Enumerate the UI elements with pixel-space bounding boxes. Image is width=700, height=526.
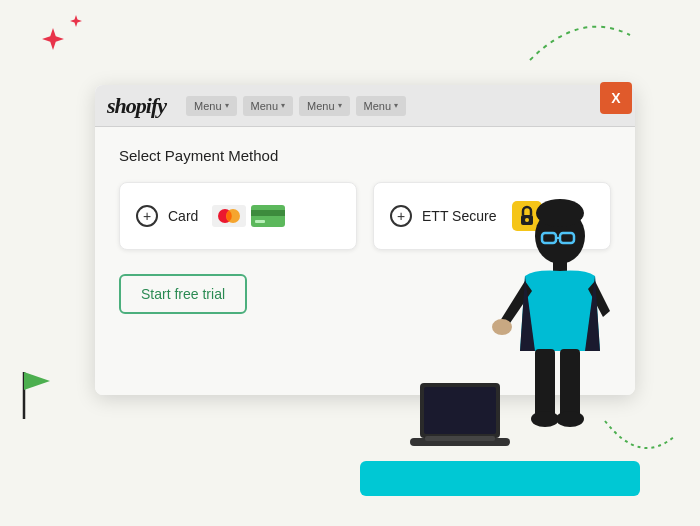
svg-point-25 — [531, 411, 559, 427]
browser-chrome: shopify Menu ▾ Menu ▾ Menu ▾ Menu ▾ — [95, 85, 635, 127]
start-free-trial-button[interactable]: Start free trial — [119, 274, 247, 314]
flag-icon — [18, 367, 58, 426]
nav-item-2[interactable]: Menu ▾ — [243, 96, 294, 116]
chevron-down-icon: ▾ — [225, 101, 229, 110]
card-icons — [212, 205, 285, 227]
nav-item-1[interactable]: Menu ▾ — [186, 96, 237, 116]
add-circle-icon: + — [136, 205, 158, 227]
svg-point-27 — [492, 319, 512, 335]
nav-item-4[interactable]: Menu ▾ — [356, 96, 407, 116]
section-title: Select Payment Method — [119, 147, 611, 164]
svg-rect-24 — [560, 349, 580, 419]
chevron-down-icon: ▾ — [338, 101, 342, 110]
payment-card-option[interactable]: + Card — [119, 182, 357, 250]
svg-point-26 — [556, 411, 584, 427]
mastercard-icon — [212, 205, 246, 227]
svg-marker-3 — [24, 372, 50, 390]
svg-rect-9 — [255, 220, 265, 223]
card-label: Card — [168, 208, 198, 224]
svg-point-18 — [536, 199, 584, 227]
person-illustration — [460, 191, 620, 471]
chevron-down-icon: ▾ — [281, 101, 285, 110]
shopify-logo: shopify — [107, 93, 166, 119]
add-circle-icon: + — [390, 205, 412, 227]
debit-card-icon — [251, 205, 285, 227]
nav-item-3[interactable]: Menu ▾ — [299, 96, 350, 116]
svg-marker-0 — [42, 28, 64, 50]
dotted-arc-top-icon — [520, 5, 640, 65]
svg-marker-1 — [70, 15, 82, 27]
close-button[interactable]: X — [600, 82, 632, 114]
svg-rect-23 — [535, 349, 555, 419]
sparkle-large-icon — [42, 28, 64, 50]
svg-rect-8 — [251, 210, 285, 216]
nav-bar: Menu ▾ Menu ▾ Menu ▾ Menu ▾ — [186, 96, 406, 116]
chevron-down-icon: ▾ — [394, 101, 398, 110]
sparkle-small-icon — [70, 15, 82, 27]
